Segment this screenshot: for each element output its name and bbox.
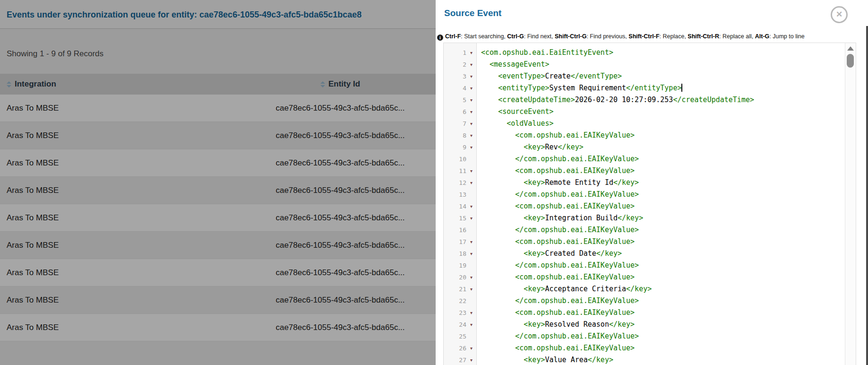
code-line[interactable]: 19 </com.opshub.eai.EAIKeyValue> — [444, 260, 845, 271]
code-line[interactable]: 25 </com.opshub.eai.EAIKeyValue> — [444, 330, 845, 342]
code-text: <key>Resolved Reason</key> — [476, 319, 635, 330]
shortcut-key: Shift-Ctrl-F — [628, 33, 659, 40]
fold-arrow-icon[interactable]: ▾ — [466, 307, 476, 319]
code-text: </com.opshub.eai.EAIKeyValue> — [476, 189, 639, 200]
fold-arrow-icon[interactable]: ▾ — [466, 130, 476, 141]
line-number: 27 — [444, 354, 466, 365]
xml-text — [481, 261, 515, 269]
fold-arrow-icon[interactable]: ▾ — [466, 70, 476, 82]
xml-tag: </key> — [626, 285, 652, 293]
code-line[interactable]: 21▾ <key>Acceptance Criteria</key> — [444, 283, 845, 295]
line-number: 10 — [444, 153, 466, 165]
code-line[interactable]: 27▾ <key>Value Area</key> — [444, 354, 845, 365]
code-line[interactable]: 14▾ <com.opshub.eai.EAIKeyValue> — [444, 200, 845, 212]
xml-tag: </com.opshub.eai.EAIKeyValue> — [515, 190, 639, 199]
fold-arrow-icon[interactable]: ▾ — [466, 271, 476, 283]
xml-text: Resolved Reason — [545, 320, 609, 329]
line-number: 19 — [444, 260, 466, 271]
xml-tag: <com.opshub.eai.EAIKeyValue> — [515, 308, 635, 317]
code-line[interactable]: 16 </com.opshub.eai.EAIKeyValue> — [444, 224, 845, 236]
line-number: 9 — [444, 141, 466, 153]
code-text: <key>Acceptance Criteria</key> — [476, 283, 652, 295]
code-line[interactable]: 24▾ <key>Resolved Reason</key> — [444, 319, 845, 330]
fold-spacer — [466, 224, 476, 236]
fold-arrow-icon[interactable]: ▾ — [466, 236, 476, 248]
line-number: 21 — [444, 283, 466, 295]
fold-arrow-icon[interactable]: ▾ — [466, 354, 476, 365]
window-scrollbar[interactable] — [866, 26, 868, 365]
xml-text — [481, 273, 515, 281]
xml-text — [481, 202, 515, 210]
editor-scrollbar[interactable] — [845, 43, 856, 365]
fold-arrow-icon[interactable]: ▾ — [466, 342, 476, 354]
xml-tag: </createUpdateTime> — [673, 96, 754, 104]
code-line[interactable]: 5▾ <createUpdateTime>2026-02-20 10:27:09… — [444, 94, 845, 106]
fold-arrow-icon[interactable]: ▾ — [466, 118, 476, 130]
xml-text: Rev — [545, 143, 558, 151]
code-text: <com.opshub.eai.EAIKeyValue> — [476, 236, 635, 248]
xml-tag: </key> — [609, 320, 635, 329]
code-line[interactable]: 9▾ <key>Rev</key> — [444, 141, 845, 153]
line-number: 4 — [444, 82, 466, 94]
fold-arrow-icon[interactable]: ▾ — [466, 248, 476, 260]
scrollbar-thumb[interactable] — [847, 54, 854, 68]
code-line[interactable]: 7▾ <oldValues> — [444, 118, 845, 130]
code-text: <key>Created Date</key> — [476, 248, 622, 260]
xml-code-editor[interactable]: 1▾<com.opshub.eai.EaiEntityEvent>2▾ <mes… — [443, 43, 856, 365]
source-event-modal: Source Event ✕ iCtrl-F: Start searching,… — [436, 0, 868, 365]
code-text: <com.opshub.eai.EAIKeyValue> — [476, 342, 635, 354]
code-line[interactable]: 22 </com.opshub.eai.EAIKeyValue> — [444, 295, 845, 307]
xml-text: Acceptance Criteria — [545, 285, 626, 293]
line-number: 18 — [444, 248, 466, 260]
fold-arrow-icon[interactable]: ▾ — [466, 59, 476, 70]
code-line[interactable]: 15▾ <key>Integration Build</key> — [444, 212, 845, 224]
code-line[interactable]: 2▾ <messageEvent> — [444, 59, 845, 70]
xml-tag: <key> — [524, 356, 545, 364]
code-line[interactable]: 12▾ <key>Remote Entity Id</key> — [444, 177, 845, 189]
xml-tag: <com.opshub.eai.EAIKeyValue> — [515, 166, 635, 175]
fold-arrow-icon[interactable]: ▾ — [466, 319, 476, 330]
fold-arrow-icon[interactable]: ▾ — [466, 82, 476, 94]
xml-text — [481, 190, 515, 199]
line-number: 11 — [444, 165, 466, 177]
info-icon: i — [437, 35, 443, 41]
code-text: <sourceEvent> — [476, 106, 554, 118]
fold-arrow-icon[interactable]: ▾ — [466, 47, 476, 59]
code-line[interactable]: 26▾ <com.opshub.eai.EAIKeyValue> — [444, 342, 845, 354]
fold-spacer — [466, 295, 476, 307]
xml-tag: <com.opshub.eai.EAIKeyValue> — [515, 131, 635, 139]
code-line[interactable]: 6▾ <sourceEvent> — [444, 106, 845, 118]
fold-arrow-icon[interactable]: ▾ — [466, 200, 476, 212]
xml-text — [481, 356, 524, 364]
code-line[interactable]: 4▾ <entityType>System Requirement</entit… — [444, 82, 845, 94]
code-line[interactable]: 8▾ <com.opshub.eai.EAIKeyValue> — [444, 130, 845, 141]
code-line[interactable]: 20▾ <com.opshub.eai.EAIKeyValue> — [444, 271, 845, 283]
code-line[interactable]: 3▾ <eventType>Create</eventType> — [444, 70, 845, 82]
code-text: <com.opshub.eai.EAIKeyValue> — [476, 165, 635, 177]
shortcut-key: Shift-Ctrl-G — [555, 33, 586, 40]
fold-arrow-icon[interactable]: ▾ — [466, 212, 476, 224]
xml-tag: <oldValues> — [507, 119, 553, 128]
shortcut-key: Shift-Ctrl-R — [688, 33, 719, 40]
fold-arrow-icon[interactable]: ▾ — [466, 177, 476, 189]
shortcut-key: Alt-G — [755, 33, 770, 40]
code-line[interactable]: 13 </com.opshub.eai.EAIKeyValue> — [444, 189, 845, 200]
fold-arrow-icon[interactable]: ▾ — [466, 165, 476, 177]
code-line[interactable]: 1▾<com.opshub.eai.EaiEntityEvent> — [444, 47, 845, 59]
fold-arrow-icon[interactable]: ▾ — [466, 141, 476, 153]
code-text: </com.opshub.eai.EAIKeyValue> — [476, 260, 639, 271]
code-line[interactable]: 11▾ <com.opshub.eai.EAIKeyValue> — [444, 165, 845, 177]
fold-arrow-icon[interactable]: ▾ — [466, 94, 476, 106]
fold-arrow-icon[interactable]: ▾ — [466, 283, 476, 295]
close-icon[interactable]: ✕ — [831, 6, 848, 23]
fold-arrow-icon[interactable]: ▾ — [466, 106, 476, 118]
scrollbar-up-arrow-icon[interactable] — [847, 46, 854, 51]
code-line[interactable]: 17▾ <com.opshub.eai.EAIKeyValue> — [444, 236, 845, 248]
code-text: <key>Integration Build</key> — [476, 212, 643, 224]
xml-text: Integration Build — [545, 214, 618, 222]
code-line[interactable]: 18▾ <key>Created Date</key> — [444, 248, 845, 260]
line-number: 17 — [444, 236, 466, 248]
code-line[interactable]: 10 </com.opshub.eai.EAIKeyValue> — [444, 153, 845, 165]
code-line[interactable]: 23▾ <com.opshub.eai.EAIKeyValue> — [444, 307, 845, 319]
xml-text — [481, 237, 515, 246]
